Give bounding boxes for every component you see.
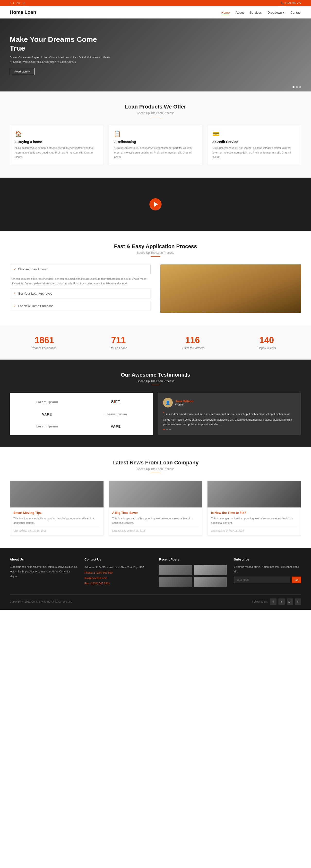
hero-dot-3[interactable] <box>299 86 301 88</box>
stat-partners-label: Business Partners <box>158 346 227 350</box>
section-divider <box>151 117 160 117</box>
nav-services[interactable]: Services <box>249 11 262 14</box>
news-title-3[interactable]: Is Now the Time to Fix? <box>211 511 298 515</box>
footer-linkedin-icon[interactable]: in <box>295 598 301 605</box>
recent-post-thumb-2[interactable] <box>194 565 227 575</box>
stat-partners: 116 Business Partners <box>158 335 227 350</box>
testi-dot-2[interactable] <box>166 429 168 430</box>
loan-card-1-text: Nulla pellentesque eu non laoreet eleife… <box>15 146 99 159</box>
recent-post-thumb-1[interactable] <box>159 565 192 575</box>
process-step-1-label: Choose Loan Amount <box>18 267 48 271</box>
loan-card-1-title: 1.Buying a home <box>15 140 99 144</box>
loan-products-section: Loan Products We Offer Speed Up The Loan… <box>0 91 311 178</box>
check-icon-1: ✓ <box>13 267 16 271</box>
loan-card-2-title: 2.Refinancing <box>114 140 198 144</box>
process-step-2[interactable]: ✓ Get Your Loan Approved <box>10 288 151 299</box>
hero-dot-2[interactable] <box>296 86 298 88</box>
testimonials-subtitle: Speed Up The Loan Process <box>10 379 301 383</box>
footer-google-icon[interactable]: G+ <box>287 598 293 605</box>
footer-facebook-icon[interactable]: f <box>270 598 276 605</box>
phone-number: 📞 +120 385 777 <box>281 1 301 5</box>
testi-dots <box>163 429 296 430</box>
footer-twitter-icon[interactable]: t <box>278 598 285 605</box>
logo-vape-1: VAPE <box>42 412 52 416</box>
loan-cards-grid: 🏠 1.Buying a home Nulla pellentesque eu … <box>10 125 301 165</box>
process-section: Fast & Easy Application Process Speed Up… <box>0 231 311 326</box>
process-grid: ✓ Choose Loan Amount Aenean posuere dlit… <box>10 264 301 313</box>
footer-address: Address: 1234/5B street town, New York C… <box>84 565 152 586</box>
testimonials-section: Our Awesome Testimonials Speed Up The Lo… <box>0 360 311 447</box>
logo-vape-2: VAPE <box>111 425 121 428</box>
logo-lorem-2: Lorem Ipsum <box>104 412 127 416</box>
logo-sift: SIFT <box>111 400 120 404</box>
credit-icon: 💳 <box>212 131 296 137</box>
news-title: Latest News From Loan Company <box>10 460 301 466</box>
nav-home[interactable]: Home <box>221 11 230 15</box>
footer-email-input[interactable] <box>234 577 290 583</box>
testi-dot-1[interactable] <box>163 429 165 430</box>
site-logo[interactable]: Home Loan <box>10 9 36 15</box>
linkedin-icon[interactable]: in <box>23 2 25 5</box>
footer-email: info@example.com <box>84 577 107 580</box>
nav-contact[interactable]: Contact <box>290 11 301 14</box>
stats-section: 1861 Year of Foundation 711 Issued Loans… <box>0 326 311 360</box>
top-bar: f t G+ in 📞 +120 385 777 <box>0 0 311 6</box>
stats-grid: 1861 Year of Foundation 711 Issued Loans… <box>10 335 301 350</box>
process-image <box>160 265 301 313</box>
news-image-3 <box>207 481 301 507</box>
footer-fax: Fax: (1234) 567 8901 <box>84 582 110 585</box>
footer-recent-posts-title: Recent Posts <box>159 558 227 561</box>
footer-subscribe-button[interactable]: Go <box>292 577 301 583</box>
testi-divider <box>151 385 160 385</box>
facebook-icon[interactable]: f <box>10 2 10 5</box>
news-date-2: Last updated on May 18, 2018 <box>112 527 199 532</box>
footer-grid: About Us Curabitur non nulla sit amet ni… <box>10 558 301 587</box>
news-body-2: A Big Time Saver This is a longer card w… <box>109 507 202 535</box>
testi-author-info: Jane Wilson Worker <box>175 399 194 406</box>
loan-products-subtitle: Speed Up The Loan Process <box>10 112 301 115</box>
loan-card-3-text: Nulla pellentesque eu non laoreet eleife… <box>212 146 296 159</box>
follow-text: Follow us on: <box>252 600 268 603</box>
stat-partners-number: 116 <box>158 335 227 345</box>
stat-loans-number: 711 <box>84 335 153 345</box>
social-links[interactable]: f t G+ in <box>10 2 27 5</box>
stat-clients: 140 Happy Clients <box>232 335 301 350</box>
process-title: Fast & Easy Application Process <box>10 243 301 250</box>
googleplus-icon[interactable]: G+ <box>16 2 20 5</box>
footer-subscribe: Subscribe Vivamus magna purus. Aptent na… <box>234 558 302 587</box>
process-subtitle: Speed Up The Loan Process <box>10 251 301 254</box>
play-button[interactable] <box>149 198 162 211</box>
loan-card-3-title: 3.Credit Service <box>212 140 296 144</box>
testi-text: Eiusmod eiusmod consequat mi, pretium co… <box>163 410 296 427</box>
loan-card-3: 💳 3.Credit Service Nulla pellentesque eu… <box>207 125 301 165</box>
footer-bottom: Copyright © 2021 Company name All rights… <box>10 594 301 605</box>
hero-dots <box>292 86 301 88</box>
process-image-inner <box>160 265 301 313</box>
recent-post-thumb-4[interactable] <box>194 577 227 587</box>
recent-posts-grid <box>159 565 227 587</box>
footer-about: About Us Curabitur non nulla sit amet ni… <box>10 558 77 587</box>
testi-avatar: 👤 <box>163 398 173 407</box>
footer-social-links: f t G+ in <box>270 598 301 605</box>
process-step-3[interactable]: ✓ For New Home Purchase <box>10 301 151 311</box>
hero-cta-button[interactable]: Read More » <box>10 68 35 75</box>
recent-post-thumb-3[interactable] <box>159 577 192 587</box>
hero-content: Make Your Dreams Come True Donec Consequ… <box>10 35 112 75</box>
process-step-1[interactable]: ✓ Choose Loan Amount <box>10 264 151 274</box>
testi-dot-3[interactable] <box>169 429 171 430</box>
news-text-3: This is a longer card with supporting te… <box>211 517 298 525</box>
news-title-2[interactable]: A Big Time Saver <box>112 511 199 515</box>
nav-menu: Home About Services Dropdown ▾ Contact <box>221 10 301 14</box>
news-grid: Smart Moving Tips This is a longer card … <box>10 480 301 535</box>
news-card-1: Smart Moving Tips This is a longer card … <box>10 480 104 535</box>
hero-dot-1[interactable] <box>292 86 295 88</box>
news-section: Latest News From Loan Company Speed Up T… <box>0 447 311 548</box>
nav-dropdown[interactable]: Dropdown ▾ <box>268 11 284 14</box>
stat-foundation-label: Year of Foundation <box>10 346 79 350</box>
news-title-1[interactable]: Smart Moving Tips <box>13 511 100 515</box>
nav-about[interactable]: About <box>235 11 244 14</box>
house-icon: 🏠 <box>15 131 99 137</box>
twitter-icon[interactable]: t <box>13 2 14 5</box>
stat-clients-label: Happy Clients <box>232 346 301 350</box>
testimonials-title: Our Awesome Testimonials <box>10 372 301 378</box>
